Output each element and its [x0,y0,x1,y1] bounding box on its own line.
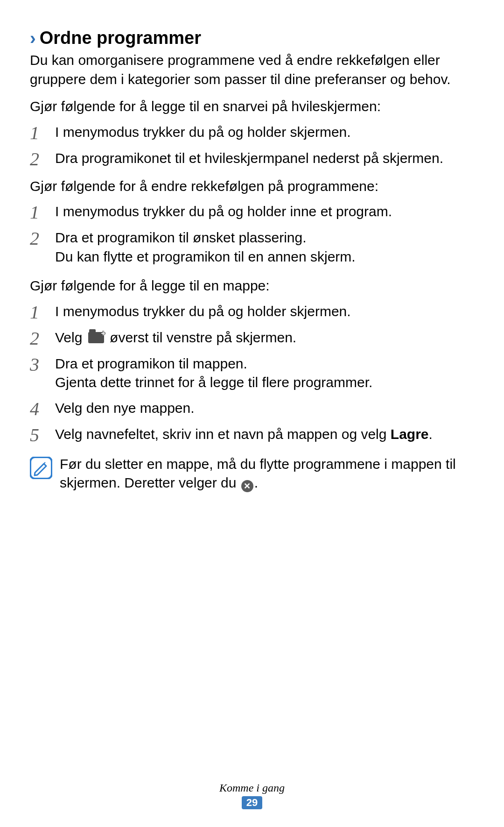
add-folder-icon: + [88,332,104,343]
step-line2: Gjenta dette trinnet for å legge til fle… [55,373,474,392]
step-text: I menymodus trykker du på og holder skje… [55,302,474,321]
section2-step1: 1 I menymodus trykker du på og holder in… [30,202,474,222]
note-block: Før du sletter en mappe, må du flytte pr… [30,455,474,493]
step-text-before: Velg [55,330,86,345]
note-icon [30,457,52,479]
step-line1: Dra et programikon til ønsket plassering… [55,230,307,245]
section-heading: › Ordne programmer [30,28,474,48]
step-number: 1 [30,302,55,322]
step-text: I menymodus trykker du på og holder inne… [55,202,474,221]
step-number: 3 [30,354,55,374]
section3-step2: 2 Velg + øverst til venstre på skjermen. [30,328,474,348]
page-footer: Komme i gang 29 [0,782,504,809]
step-number: 2 [30,228,55,248]
step-text: Dra et programikon til ønsket plassering… [55,228,474,266]
section3-step5: 5 Velg navnefeltet, skriv inn et navn på… [30,425,474,445]
section3-step1: 1 I menymodus trykker du på og holder sk… [30,302,474,322]
step-number: 2 [30,149,55,169]
step-text-after: øverst til venstre på skjermen. [106,330,296,345]
step-number: 1 [30,202,55,222]
step-line1: Dra et programikon til mappen. [55,356,247,371]
section2-lead: Gjør følgende for å endre rekkefølgen på… [30,177,474,196]
section2-step2: 2 Dra et programikon til ønsket plasseri… [30,228,474,266]
step-number: 5 [30,425,55,445]
section1-step1: 1 I menymodus trykker du på og holder sk… [30,123,474,142]
chevron-icon: › [30,29,36,47]
footer-chapter: Komme i gang [0,782,504,794]
step-line2: Du kan flytte et programikon til en anne… [55,247,474,267]
section3-lead: Gjør følgende for å legge til en mappe: [30,276,474,296]
step-number: 2 [30,328,55,348]
heading-text: Ordne programmer [40,28,201,48]
section3-step4: 4 Velg den nye mappen. [30,399,474,418]
step-text-bold: Lagre [391,426,429,442]
step-number: 1 [30,123,55,142]
step-text: Velg navnefeltet, skriv inn et navn på m… [55,425,474,444]
note-text: Før du sletter en mappe, må du flytte pr… [60,455,474,493]
section1-step2: 2 Dra programikonet til et hvileskjermpa… [30,149,474,169]
close-icon [241,480,253,492]
step-text: Velg den nye mappen. [55,399,474,418]
step-text: Velg + øverst til venstre på skjermen. [55,328,474,347]
note-text-after: . [254,475,258,490]
step-text-after: . [429,426,433,442]
step-text: Dra et programikon til mappen. Gjenta de… [55,354,474,392]
section1-lead: Gjør følgende for å legge til en snarvei… [30,97,474,116]
svg-rect-0 [30,457,52,479]
section3-step3: 3 Dra et programikon til mappen. Gjenta … [30,354,474,392]
page-number: 29 [242,796,262,809]
step-number: 4 [30,399,55,418]
step-text: Dra programikonet til et hvileskjermpane… [55,149,474,168]
step-text-before: Velg navnefeltet, skriv inn et navn på m… [55,426,391,442]
intro-paragraph: Du kan omorganisere programmene ved å en… [30,51,474,89]
step-text: I menymodus trykker du på og holder skje… [55,123,474,142]
